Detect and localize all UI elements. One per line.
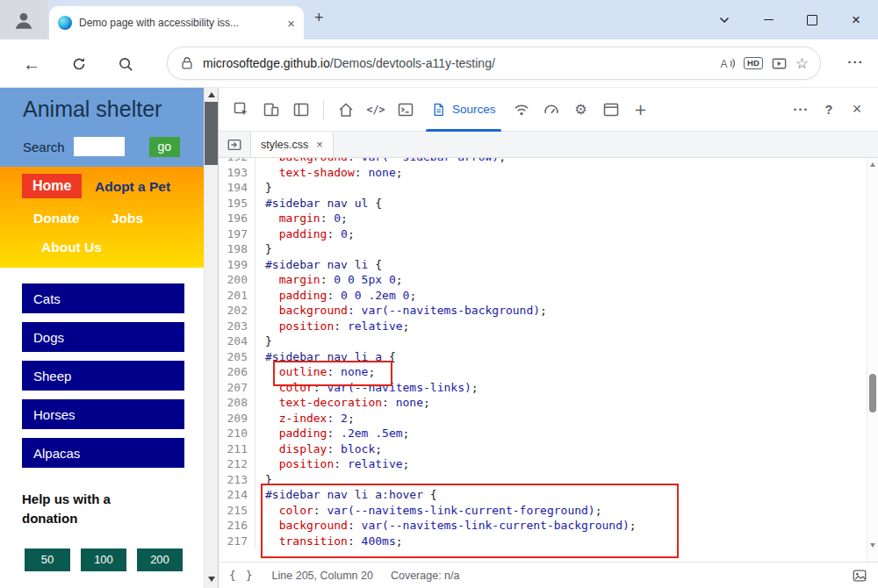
code-line[interactable]: 212 position: relative; <box>219 456 867 472</box>
tab-list-chevron-icon[interactable] <box>702 0 746 39</box>
code-line[interactable]: 196 margin: 0; <box>219 211 867 226</box>
code-line[interactable]: 195#sidebar nav ul { <box>219 196 867 212</box>
code-line[interactable]: 204} <box>219 333 867 349</box>
code-line[interactable]: 198} <box>219 241 867 257</box>
code-line[interactable]: 214#sidebar nav li a:hover { <box>219 487 867 503</box>
code-line[interactable]: 203 position: relative; <box>219 319 867 334</box>
site-info-lock-icon[interactable] <box>179 55 195 71</box>
profile-avatar[interactable] <box>0 0 47 39</box>
code-line[interactable]: 209 z-index: 2; <box>219 411 867 427</box>
browser-more-menu-icon[interactable]: ··· <box>848 55 865 69</box>
refresh-button[interactable] <box>67 52 91 76</box>
panel-layout-icon[interactable] <box>287 96 315 124</box>
file-tab-styles-css[interactable]: styles.css × <box>250 132 334 157</box>
address-bar[interactable]: microsoftedge.github.io/Demos/devtools-a… <box>167 47 821 80</box>
nav-item-jobs[interactable]: Jobs <box>112 211 143 226</box>
toolbar-separator <box>323 100 324 119</box>
search-input[interactable] <box>74 137 125 156</box>
navigator-toggle-icon[interactable] <box>219 132 250 157</box>
tab-console-icon[interactable] <box>392 96 420 124</box>
tab-title: Demo page with accessibility iss... <box>79 17 280 29</box>
sources-file-icon <box>431 102 446 118</box>
tab-memory-icon[interactable]: ⚙ <box>567 96 595 124</box>
new-tab-button[interactable]: + <box>314 9 324 27</box>
category-button[interactable]: Alpacas <box>22 438 184 468</box>
code-line[interactable]: 200 margin: 0 0 5px 0; <box>219 272 867 288</box>
tab-close-icon[interactable]: × <box>287 17 295 30</box>
more-tools-plus-icon[interactable]: + <box>627 96 655 124</box>
category-button[interactable]: Sheep <box>22 361 184 391</box>
device-emulation-icon[interactable] <box>257 96 285 124</box>
donation-buttons: 50100200 <box>25 549 204 571</box>
code-line[interactable]: 206 outline: none; <box>219 364 867 380</box>
category-button[interactable]: Cats <box>22 283 184 313</box>
coverage-text: Coverage: n/a <box>391 570 460 582</box>
pretty-print-icon[interactable]: { } <box>229 569 255 582</box>
code-line[interactable]: 217 transition: 400ms; <box>219 534 867 549</box>
nav-item-about-us[interactable]: About Us <box>41 240 102 255</box>
page-title: Animal shelter <box>23 97 162 122</box>
window-controls: × <box>702 0 878 39</box>
file-tab-close-icon[interactable]: × <box>316 139 323 150</box>
code-line[interactable]: 210 padding: .2em .5em; <box>219 426 867 441</box>
tab-network-icon[interactable] <box>507 96 536 124</box>
favorites-star-icon[interactable]: ☆ <box>795 56 809 71</box>
scroll-up-arrow-icon[interactable] <box>208 92 215 97</box>
close-window-button[interactable]: × <box>834 0 878 39</box>
category-button[interactable]: Horses <box>22 399 184 429</box>
code-line[interactable]: 208 text-decoration: none; <box>219 395 867 411</box>
code-line[interactable]: 193 text-shadow: none; <box>219 165 867 181</box>
page-scrollbar-thumb[interactable] <box>205 102 218 165</box>
go-button[interactable]: go <box>149 137 181 157</box>
code-line[interactable]: 213} <box>219 472 867 488</box>
code-line[interactable]: 205#sidebar nav li a { <box>219 349 867 365</box>
code-editor[interactable]: 192 background: var(--sidebar-arrow);193… <box>219 158 878 562</box>
code-line[interactable]: 216 background: var(--navitems-link-curr… <box>219 518 867 534</box>
code-line[interactable]: 201 padding: 0 0 .2em 0; <box>219 288 867 304</box>
browser-window: Demo page with accessibility iss... × + … <box>0 0 878 588</box>
devtools-toolbar-right: ··· ? × <box>787 96 871 124</box>
code-line[interactable]: 202 background: var(--navitems-backgroun… <box>219 303 867 319</box>
page-scrollbar[interactable] <box>204 88 218 588</box>
nav-item-home[interactable]: Home <box>22 174 82 198</box>
editor-scroll-down-icon[interactable] <box>870 543 875 548</box>
search-label: Search <box>23 140 65 154</box>
tab-elements-icon[interactable]: </> <box>362 96 390 124</box>
media-controls-icon[interactable] <box>771 55 788 72</box>
minimize-button[interactable] <box>746 0 790 39</box>
maximize-button[interactable] <box>790 0 834 39</box>
nav-item-adopt-a-pet[interactable]: Adopt a Pet <box>95 179 170 195</box>
donation-amount-button[interactable]: 100 <box>81 549 126 571</box>
tab-sources[interactable]: Sources <box>421 88 506 132</box>
donation-amount-button[interactable]: 50 <box>25 549 70 571</box>
code-line[interactable]: 211 display: block; <box>219 441 867 457</box>
code-line[interactable]: 215 color: var(--navitems-link-current-f… <box>219 503 867 519</box>
editor-scroll-up-icon[interactable] <box>870 162 875 167</box>
code-line[interactable]: 192 background: var(--sidebar-arrow); <box>219 158 867 165</box>
devtools-help-icon[interactable]: ? <box>815 96 843 124</box>
code-line[interactable]: 199#sidebar nav li { <box>219 257 867 273</box>
browser-tab[interactable]: Demo page with accessibility iss... × <box>49 6 304 39</box>
code-line[interactable]: 194} <box>219 180 867 196</box>
tab-welcome-home-icon[interactable] <box>332 96 360 124</box>
search-button[interactable] <box>113 52 138 76</box>
code-lines: 192 background: var(--sidebar-arrow);193… <box>219 158 867 549</box>
hd-badge[interactable]: HD <box>744 57 763 69</box>
back-button[interactable]: ← <box>19 52 44 76</box>
code-line[interactable]: 197 padding: 0; <box>219 226 867 242</box>
tab-performance-icon[interactable] <box>537 96 565 124</box>
editor-file-tabs: styles.css × <box>219 132 878 158</box>
devtools-close-icon[interactable]: × <box>843 96 871 124</box>
image-preview-icon[interactable] <box>852 568 867 584</box>
inspect-element-icon[interactable] <box>227 96 255 124</box>
donation-amount-button[interactable]: 200 <box>137 549 183 571</box>
scroll-down-arrow-icon[interactable] <box>208 577 215 582</box>
devtools-more-menu-icon[interactable]: ··· <box>787 96 815 124</box>
tab-application-icon[interactable] <box>597 96 625 124</box>
category-button[interactable]: Dogs <box>22 322 184 352</box>
nav-item-donate[interactable]: Donate <box>33 211 80 226</box>
editor-scrollbar-thumb[interactable] <box>869 374 876 412</box>
code-line[interactable]: 207 color: var(--navitems-links); <box>219 380 867 396</box>
read-aloud-icon[interactable]: A <box>719 55 736 72</box>
editor-scrollbar[interactable] <box>867 158 878 562</box>
